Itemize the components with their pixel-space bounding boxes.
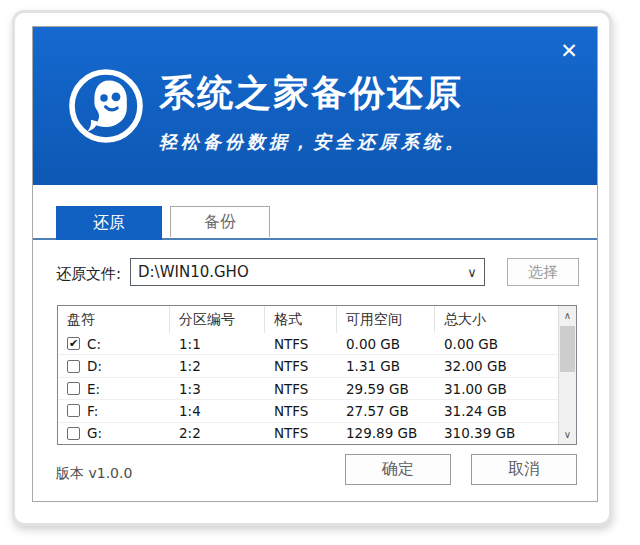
scroll-up-icon[interactable]: ∧ bbox=[559, 306, 576, 325]
header-banner: ✕ 系统之家备份还原 轻松备份数据，安全还原系统。 bbox=[33, 27, 597, 185]
format-cell: NTFS bbox=[265, 403, 337, 419]
drive-cell: F: bbox=[58, 403, 170, 419]
tab-restore[interactable]: 还原 bbox=[56, 206, 162, 240]
screenshot-root: ✕ 系统之家备份还原 轻松备份数据，安全还原系统。 还原 备份 还原文件: D:… bbox=[0, 0, 640, 545]
restore-file-combobox[interactable]: D:\WIN10.GHO ∨ bbox=[130, 258, 485, 286]
total-size-cell: 310.39 GB bbox=[435, 425, 558, 441]
close-button[interactable]: ✕ bbox=[557, 39, 581, 63]
scroll-down-icon[interactable]: ∨ bbox=[559, 425, 576, 444]
app-window: ✕ 系统之家备份还原 轻松备份数据，安全还原系统。 还原 备份 还原文件: D:… bbox=[32, 26, 598, 502]
table-header-row: 盘符分区编号格式可用空间总大小 bbox=[58, 306, 558, 334]
partition-cell: 1:2 bbox=[170, 358, 265, 374]
total-size-cell: 32.00 GB bbox=[435, 358, 558, 374]
partition-table: 盘符分区编号格式可用空间总大小 ✔C:1:1NTFS0.00 GB0.00 GB… bbox=[57, 305, 577, 445]
brand-text: 系统之家备份还原 轻松备份数据，安全还原系统。 bbox=[159, 69, 467, 154]
table-row[interactable]: ✔C:1:1NTFS0.00 GB0.00 GB bbox=[58, 333, 558, 355]
column-header: 格式 bbox=[265, 306, 337, 333]
table-row[interactable]: E:1:3NTFS29.59 GB31.00 GB bbox=[58, 378, 558, 400]
row-checkbox[interactable] bbox=[67, 427, 80, 440]
row-checkbox[interactable] bbox=[67, 382, 80, 395]
ghost-logo-icon bbox=[66, 66, 146, 146]
cancel-button[interactable]: 取消 bbox=[471, 454, 577, 485]
total-size-cell: 31.24 GB bbox=[435, 403, 558, 419]
drive-label: G: bbox=[87, 425, 102, 441]
free-space-cell: 1.31 GB bbox=[337, 358, 435, 374]
row-checkbox-checked[interactable]: ✔ bbox=[67, 337, 80, 350]
drive-label: D: bbox=[87, 358, 102, 374]
total-size-cell: 31.00 GB bbox=[435, 381, 558, 397]
total-size-cell: 0.00 GB bbox=[435, 336, 558, 352]
restore-file-label: 还原文件: bbox=[56, 265, 121, 284]
select-file-button[interactable]: 选择 bbox=[507, 258, 579, 286]
format-cell: NTFS bbox=[265, 358, 337, 374]
partition-cell: 1:4 bbox=[170, 403, 265, 419]
drive-label: F: bbox=[87, 403, 98, 419]
restore-file-value: D:\WIN10.GHO bbox=[131, 263, 460, 281]
partition-cell: 2:2 bbox=[170, 425, 265, 441]
version-label: 版本 v1.0.0 bbox=[56, 465, 132, 483]
drive-cell: D: bbox=[58, 358, 170, 374]
drive-label: E: bbox=[87, 381, 100, 397]
free-space-cell: 27.57 GB bbox=[337, 403, 435, 419]
table-row[interactable]: G:2:2NTFS129.89 GB310.39 GB bbox=[58, 423, 558, 444]
partition-cell: 1:3 bbox=[170, 381, 265, 397]
table-body: ✔C:1:1NTFS0.00 GB0.00 GBD:1:2NTFS1.31 GB… bbox=[58, 333, 558, 444]
column-header: 总大小 bbox=[435, 306, 558, 333]
format-cell: NTFS bbox=[265, 336, 337, 352]
app-title: 系统之家备份还原 bbox=[159, 69, 467, 118]
free-space-cell: 129.89 GB bbox=[337, 425, 435, 441]
drive-cell: E: bbox=[58, 381, 170, 397]
drive-cell: G: bbox=[58, 425, 170, 441]
column-header: 可用空间 bbox=[337, 306, 435, 333]
ok-button[interactable]: 确定 bbox=[345, 454, 451, 485]
free-space-cell: 0.00 GB bbox=[337, 336, 435, 352]
format-cell: NTFS bbox=[265, 381, 337, 397]
drive-label: C: bbox=[87, 336, 101, 352]
row-checkbox[interactable] bbox=[67, 360, 80, 373]
column-header: 分区编号 bbox=[170, 306, 265, 333]
table-row[interactable]: D:1:2NTFS1.31 GB32.00 GB bbox=[58, 355, 558, 377]
tab-backup[interactable]: 备份 bbox=[170, 206, 270, 237]
drive-cell: ✔C: bbox=[58, 336, 170, 352]
chevron-down-icon[interactable]: ∨ bbox=[460, 265, 484, 280]
column-header: 盘符 bbox=[58, 306, 170, 333]
row-checkbox[interactable] bbox=[67, 404, 80, 417]
partition-cell: 1:1 bbox=[170, 336, 265, 352]
format-cell: NTFS bbox=[265, 425, 337, 441]
free-space-cell: 29.59 GB bbox=[337, 381, 435, 397]
app-subtitle: 轻松备份数据，安全还原系统。 bbox=[159, 130, 467, 154]
table-scrollbar[interactable]: ∧ ∨ bbox=[558, 306, 576, 444]
table-row[interactable]: F:1:4NTFS27.57 GB31.24 GB bbox=[58, 400, 558, 422]
scrollbar-thumb[interactable] bbox=[560, 326, 575, 372]
